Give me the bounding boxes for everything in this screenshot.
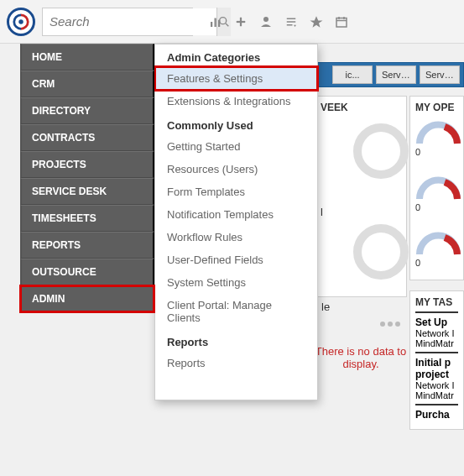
flyout-item-label: Extensions & Integrations	[167, 95, 290, 107]
sidebar-nav: HOME CRM DIRECTORY CONTRACTS PROJECTS SE…	[20, 44, 154, 312]
tab-chip[interactable]: Servic...	[376, 65, 416, 84]
flyout-item-extensions-integrations[interactable]: Extensions & Integrations	[155, 90, 317, 112]
svg-point-1	[18, 19, 23, 24]
task-subtitle: project	[415, 369, 449, 380]
user-button[interactable]	[253, 8, 279, 36]
task-row[interactable]: Purcha	[415, 404, 458, 424]
task-row[interactable]: Set Up Network I MindMatr	[415, 311, 458, 352]
flyout-item-label: User-Defined Fields	[167, 254, 263, 266]
calendar-button[interactable]	[329, 8, 354, 36]
sidebar-item-label: DIRECTORY	[32, 105, 91, 117]
app-logo	[7, 8, 35, 36]
widget-title: MY OPE	[415, 102, 458, 113]
sidebar-item-label: OUTSOURCE	[32, 266, 96, 278]
sidebar-item-timesheets[interactable]: TIMESHEETS	[20, 205, 154, 232]
gauge-icon	[415, 228, 461, 258]
sidebar-item-crm[interactable]: CRM	[20, 71, 154, 97]
sidebar-item-service-desk[interactable]: SERVICE DESK	[20, 178, 154, 205]
flyout-item-label: Notification Templates	[167, 208, 274, 221]
svg-point-19	[357, 228, 404, 275]
flyout-item-notification-templates[interactable]: Notification Templates	[155, 203, 317, 226]
svg-marker-13	[310, 16, 323, 28]
star-button[interactable]	[304, 8, 329, 36]
search-box	[42, 8, 193, 36]
search-input[interactable]	[43, 8, 216, 35]
gauge-value: 0	[415, 147, 458, 157]
ring-chart-icon	[352, 222, 410, 281]
sidebar-item-label: CONTRACTS	[32, 132, 95, 144]
flyout-item-system-settings[interactable]: System Settings	[155, 271, 317, 294]
ring-chart-icon	[352, 122, 410, 180]
flyout-item-form-templates[interactable]: Form Templates	[155, 180, 317, 203]
flyout-section-header: Reports	[155, 329, 317, 352]
star-icon	[309, 14, 324, 29]
flyout-section-header: Admin Categories	[155, 44, 317, 67]
right-column: MY OPE 0 0 0 MY TAS Set Up Network I Min…	[409, 96, 464, 430]
widget-text: le	[315, 297, 407, 316]
sidebar-item-label: TIMESHEETS	[32, 212, 96, 224]
sidebar-item-label: SERVICE DESK	[32, 186, 107, 197]
bar-chart-icon	[208, 14, 223, 29]
task-title: Initial p	[415, 357, 451, 369]
flyout-item-label: Client Portal: Manage Clients	[167, 299, 272, 324]
flyout-item-label: Form Templates	[167, 186, 245, 198]
sidebar-item-admin[interactable]: ADMIN	[20, 285, 154, 312]
user-icon	[258, 14, 274, 29]
flyout-item-label: Workflow Rules	[167, 231, 242, 243]
flyout-item-label: Features & Settings	[167, 72, 263, 85]
flyout-item-label: Getting Started	[167, 140, 240, 153]
admin-flyout-menu: Admin Categories Features & Settings Ext…	[154, 44, 318, 400]
flyout-item-client-portal[interactable]: Client Portal: Manage Clients	[155, 294, 317, 329]
chart-button[interactable]	[203, 8, 228, 36]
main-area: HOME CRM DIRECTORY CONTRACTS PROJECTS SE…	[0, 44, 464, 476]
sidebar-item-label: ADMIN	[32, 293, 65, 305]
flyout-item-label: Reports	[167, 357, 206, 369]
task-title: Set Up	[415, 316, 447, 328]
flyout-item-resources-users[interactable]: Resources (Users)	[155, 158, 317, 180]
svg-rect-4	[211, 22, 212, 27]
gauge-value: 0	[415, 258, 458, 268]
gauge-value: 0	[415, 202, 458, 212]
sidebar-item-label: HOME	[32, 51, 62, 63]
calendar-icon	[334, 14, 349, 29]
flyout-item-reports[interactable]: Reports	[155, 352, 317, 374]
svg-rect-5	[215, 18, 216, 27]
flyout-item-getting-started[interactable]: Getting Started	[155, 135, 317, 158]
flyout-item-workflow-rules[interactable]: Workflow Rules	[155, 226, 317, 248]
pager-dots[interactable]	[315, 316, 407, 328]
svg-rect-14	[336, 18, 347, 27]
flyout-item-label: System Settings	[167, 276, 246, 289]
sidebar-item-outsource[interactable]: OUTSOURCE	[20, 259, 154, 285]
gauge-icon	[415, 117, 461, 147]
task-line: Network I	[415, 380, 454, 390]
task-line: MindMatr	[415, 338, 454, 348]
task-row[interactable]: Initial p project Network I MindMatr	[415, 352, 458, 404]
flyout-item-label: Resources (Users)	[167, 163, 258, 175]
widget-tasks: MY TAS Set Up Network I MindMatr Initial…	[409, 290, 464, 430]
sidebar-item-label: PROJECTS	[32, 159, 86, 170]
sidebar-item-home[interactable]: HOME	[20, 44, 154, 71]
flyout-item-features-settings[interactable]: Features & Settings	[155, 67, 317, 90]
tab-chip[interactable]: ic...	[332, 65, 373, 84]
sidebar-item-contracts[interactable]: CONTRACTS	[20, 124, 154, 151]
tab-chip[interactable]: Servic...	[420, 65, 460, 84]
svg-point-18	[357, 128, 404, 175]
add-button[interactable]	[228, 8, 253, 36]
widget-title: VEEK	[321, 102, 401, 113]
sidebar-item-reports[interactable]: REPORTS	[20, 232, 154, 259]
sidebar-item-directory[interactable]: DIRECTORY	[20, 97, 154, 124]
top-bar	[0, 0, 464, 44]
sidebar-item-projects[interactable]: PROJECTS	[20, 151, 154, 178]
flyout-item-user-defined-fields[interactable]: User-Defined Fields	[155, 248, 317, 271]
toolbar	[203, 8, 354, 36]
widget-text: l	[321, 206, 323, 218]
sidebar-item-label: CRM	[32, 78, 55, 90]
task-line: Network I	[415, 328, 454, 338]
svg-point-9	[263, 17, 268, 22]
list-button[interactable]	[279, 8, 304, 36]
sidebar-item-label: REPORTS	[32, 239, 81, 251]
task-title: Purcha	[415, 409, 450, 421]
flyout-section-header: Commonly Used	[155, 112, 317, 135]
widget-week: VEEK l le There is no data to display.	[315, 96, 407, 370]
widget-title: MY TAS	[415, 296, 458, 308]
